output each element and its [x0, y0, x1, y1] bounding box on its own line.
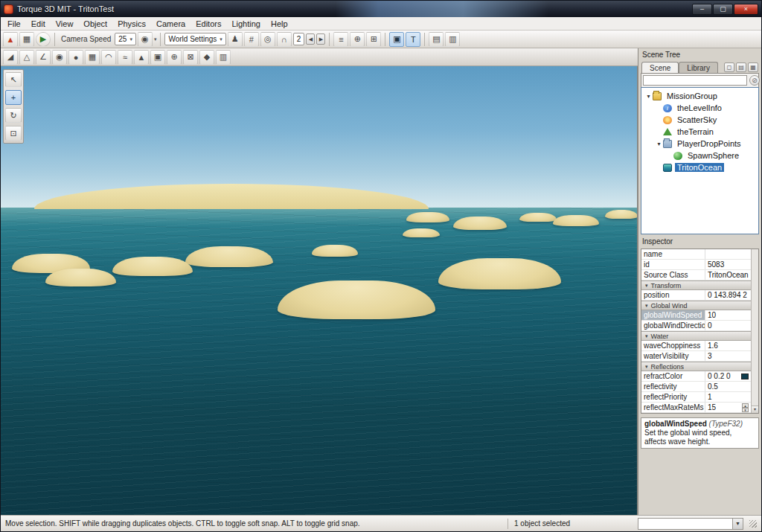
property-value[interactable]: 3: [705, 352, 751, 360]
scale-tool-button[interactable]: ⊡: [5, 126, 22, 141]
globe-tool-icon[interactable]: ◉: [52, 50, 67, 65]
play-button[interactable]: ▶: [36, 32, 51, 47]
menu-edit[interactable]: Edit: [26, 17, 51, 31]
menu-view[interactable]: View: [51, 17, 79, 31]
player-drop-icon[interactable]: ♟: [228, 32, 243, 47]
property-value[interactable]: 15 ▴ ▾: [705, 403, 751, 412]
world-snap-icon[interactable]: ⊕: [350, 32, 365, 47]
property-name[interactable]: waterVisibility: [641, 351, 705, 361]
tab-scene[interactable]: Scene: [641, 62, 679, 73]
camera-bookmark-icon[interactable]: ▤: [429, 32, 444, 47]
tree-item-scattersky[interactable]: ScatterSky: [641, 114, 758, 126]
render-text-toggle[interactable]: T: [406, 32, 420, 47]
property-value[interactable]: 0: [705, 321, 751, 330]
property-name[interactable]: globalWindDirection: [641, 321, 705, 330]
property-name[interactable]: reflectivity: [641, 382, 705, 391]
visibility-options-icon[interactable]: ▥: [445, 32, 460, 47]
tree-item-theterrain[interactable]: theTerrain: [641, 126, 758, 138]
color-swatch[interactable]: [741, 374, 749, 379]
box-tool-icon[interactable]: ▣: [150, 50, 165, 65]
panel-tool-icon[interactable]: ▥: [216, 50, 231, 65]
water-tool-icon[interactable]: ≈: [118, 50, 132, 65]
group-global-wind[interactable]: ▾ Global Wind: [641, 301, 751, 310]
world-settings-dropdown[interactable]: World Settings ▾: [164, 33, 225, 45]
delete-icon[interactable]: ▦: [748, 63, 758, 72]
inspector-scrollbar[interactable]: ▾: [751, 249, 758, 413]
lock-icon[interactable]: ◻: [724, 63, 734, 72]
maximize-button[interactable]: ▢: [713, 4, 733, 15]
snap-size-decrease-button[interactable]: ◀: [306, 33, 315, 45]
title-bar[interactable]: Torque 3D MIT - TritonTest – ▢ ×: [1, 1, 761, 17]
status-dropdown[interactable]: ▼: [638, 518, 743, 530]
prefab-tool-icon[interactable]: ◆: [199, 50, 214, 65]
camera-speed-dropdown[interactable]: 25 ▾: [115, 33, 136, 45]
menu-lighting[interactable]: Lighting: [226, 17, 266, 31]
property-value[interactable]: TritonOcean: [705, 271, 751, 279]
menu-file[interactable]: File: [2, 17, 26, 31]
property-name[interactable]: reflectMaxRateMs: [641, 403, 705, 412]
property-name[interactable]: id: [641, 260, 705, 269]
spinner-down-icon[interactable]: ▾: [742, 408, 749, 412]
menu-camera[interactable]: Camera: [151, 17, 190, 31]
soft-snap-magnet-icon[interactable]: ∩: [277, 32, 292, 47]
property-name[interactable]: reflectPriority: [641, 392, 705, 402]
property-name[interactable]: Source Class: [641, 270, 705, 280]
menu-object[interactable]: Object: [78, 17, 112, 31]
grid-icon[interactable]: #: [244, 32, 259, 47]
property-value[interactable]: 0 143.894 2: [705, 291, 751, 299]
property-value[interactable]: 10: [705, 311, 751, 319]
cone-tool-icon[interactable]: △: [19, 50, 34, 65]
menu-help[interactable]: Help: [266, 17, 293, 31]
move-tool-button[interactable]: +: [5, 90, 22, 105]
tree-item-playerdroppoints[interactable]: ▾ PlayerDropPoints: [641, 138, 758, 150]
property-name[interactable]: name: [641, 249, 705, 259]
resize-grip[interactable]: [749, 520, 757, 528]
menu-editors[interactable]: Editors: [190, 17, 226, 31]
visibility-eye-icon[interactable]: ◉: [138, 32, 153, 47]
texture-tool-icon[interactable]: ▦: [85, 50, 100, 65]
frame-select-icon[interactable]: ◎: [260, 32, 275, 47]
sphere-tool-icon[interactable]: ●: [68, 50, 83, 65]
group-transform[interactable]: ▾ Transform: [641, 281, 751, 290]
snap-size-field[interactable]: 2: [293, 33, 305, 45]
property-value[interactable]: 1: [705, 393, 751, 401]
property-value[interactable]: 0.5: [705, 382, 751, 391]
grid-snap-icon[interactable]: ≡: [333, 32, 348, 47]
select-tool-button[interactable]: ↖: [5, 72, 22, 87]
scroll-down-icon[interactable]: ▾: [752, 406, 758, 413]
group-water[interactable]: ▾ Water: [641, 331, 751, 341]
property-value[interactable]: 1.6: [705, 342, 751, 350]
rotate-tool-button[interactable]: ↻: [5, 108, 22, 123]
render-bounds-toggle[interactable]: ▣: [389, 32, 404, 47]
filter-input[interactable]: [643, 75, 747, 86]
property-value[interactable]: 0 0.2 0: [705, 372, 751, 380]
filter-clear-icon[interactable]: ⊘: [749, 75, 760, 86]
axis-tool-icon[interactable]: ◢: [3, 50, 18, 65]
crop-tool-icon[interactable]: ⊠: [183, 50, 198, 65]
minimize-button[interactable]: –: [692, 4, 712, 15]
layers-icon[interactable]: ▤: [736, 63, 746, 72]
tab-library[interactable]: Library: [679, 62, 718, 73]
editor-panes-icon[interactable]: ▦: [19, 32, 34, 47]
property-name[interactable]: waveChoppiness: [641, 341, 705, 350]
expander-icon[interactable]: ▾: [644, 93, 653, 100]
world-gizmo-icon[interactable]: ▲: [3, 32, 18, 47]
group-reflections[interactable]: ▾ Reflections: [641, 362, 751, 371]
visibility-dropdown-icon[interactable]: ▾: [154, 36, 157, 42]
tree-item-thelevelinfo[interactable]: theLevelInfo: [641, 102, 758, 114]
add-object-icon[interactable]: ⊕: [167, 50, 182, 65]
snap-size-increase-button[interactable]: ▶: [316, 33, 325, 45]
close-button[interactable]: ×: [734, 4, 758, 15]
tree-item-tritonocean[interactable]: TritonOcean: [641, 161, 758, 173]
property-name[interactable]: refractColor: [641, 371, 705, 381]
property-value[interactable]: 5083: [705, 260, 751, 269]
tree-item-missiongroup[interactable]: ▾ MissionGroup: [641, 90, 758, 102]
tree-item-spawnsphere[interactable]: SpawnSphere: [641, 150, 758, 161]
expander-icon[interactable]: ▾: [655, 141, 663, 147]
pen-tool-icon[interactable]: ∠: [36, 50, 51, 65]
property-name[interactable]: position: [641, 290, 705, 300]
menu-physics[interactable]: Physics: [112, 17, 151, 31]
viewport-3d[interactable]: [1, 66, 638, 516]
property-name[interactable]: globalWindSpeed: [641, 310, 705, 320]
terrain-tool-icon[interactable]: ▲: [134, 50, 149, 65]
